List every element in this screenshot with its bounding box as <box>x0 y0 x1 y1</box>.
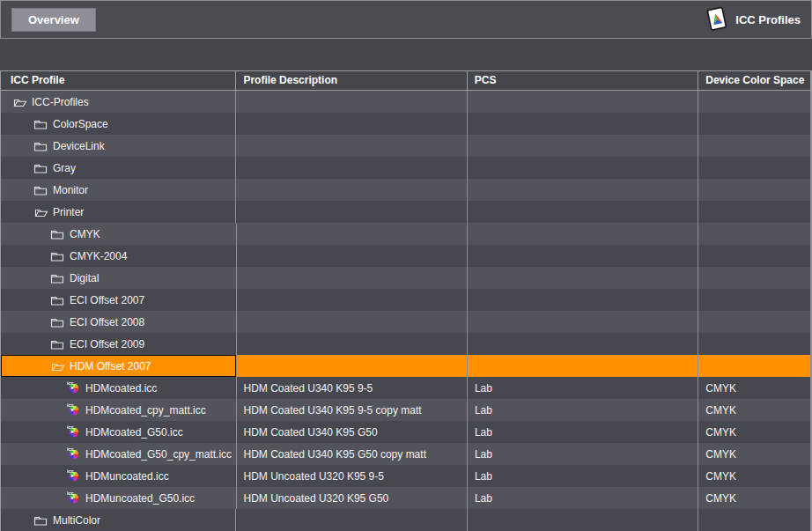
svg-text:icc: icc <box>67 380 74 386</box>
pcs-cell <box>468 91 698 113</box>
device-color-space-cell <box>698 267 811 289</box>
tree-cell[interactable]: iccHDMcoated.icc <box>1 377 237 399</box>
device-color-space-cell: CMYK <box>698 399 811 421</box>
table-row[interactable]: ECI Offset 2007 <box>1 289 811 311</box>
tree-cell[interactable]: MultiColor <box>1 509 236 531</box>
toolbar: Overview ICC Profiles <box>0 0 812 39</box>
row-label: CMYK <box>70 228 100 240</box>
pcs-cell <box>468 223 698 245</box>
folder-open-icon <box>33 205 48 219</box>
profile-description-cell <box>237 355 468 377</box>
table-row[interactable]: Digital <box>1 267 811 289</box>
profile-description-cell: HDM Uncoated U320 K95 G50 <box>237 487 468 509</box>
tree-cell[interactable]: ECI Offset 2007 <box>1 289 237 311</box>
tree-cell[interactable]: ECI Offset 2008 <box>1 311 237 333</box>
folder-open-icon <box>11 95 27 109</box>
folder-closed-icon <box>33 183 48 197</box>
tree-cell[interactable]: CMYK <box>1 223 237 245</box>
column-header-profile-description[interactable]: Profile Description <box>236 71 467 90</box>
table-row[interactable]: iccHDMcoated_G50.iccHDM Coated U340 K95 … <box>1 421 811 443</box>
pcs-cell <box>468 179 698 201</box>
device-color-space-cell <box>698 509 811 531</box>
row-label: Printer <box>53 206 84 218</box>
device-color-space-cell: CMYK <box>698 487 811 509</box>
row-label: HDM Offset 2007 <box>70 360 151 372</box>
tree-cell[interactable]: iccHDMcoated_cpy_matt.icc <box>1 399 237 421</box>
pcs-cell <box>468 245 698 267</box>
device-color-space-cell <box>698 289 811 311</box>
pcs-cell <box>468 157 698 179</box>
profile-description-cell <box>237 333 468 355</box>
table-row[interactable]: iccHDMcoated_G50_cpy_matt.iccHDM Coated … <box>1 443 811 465</box>
table-row[interactable]: iccHDMuncoated.iccHDM Uncoated U320 K95 … <box>1 465 811 487</box>
table-row[interactable]: ECI Offset 2009 <box>1 333 811 355</box>
pcs-cell <box>468 135 698 157</box>
tree-cell[interactable]: Monitor <box>1 179 236 201</box>
profile-description-cell <box>236 179 467 201</box>
profile-description-cell <box>236 157 467 179</box>
tree-cell[interactable]: ColorSpace <box>1 113 236 135</box>
table-row[interactable]: ColorSpace <box>1 113 811 135</box>
row-label: ECI Offset 2009 <box>70 338 144 350</box>
folder-closed-icon <box>33 513 48 527</box>
tree-cell[interactable]: ICC-Profiles <box>1 91 236 113</box>
table-row[interactable]: ICC-Profiles <box>1 91 811 113</box>
pcs-cell: Lab <box>468 465 698 487</box>
table-row[interactable]: iccHDMcoated.iccHDM Coated U340 K95 9-5L… <box>1 377 811 399</box>
table-row[interactable]: CMYK <box>1 223 811 245</box>
profile-description-cell <box>237 245 468 267</box>
pcs-cell: Lab <box>468 399 698 421</box>
row-label: HDMcoated.icc <box>85 382 157 395</box>
tree-cell[interactable]: Digital <box>1 267 237 289</box>
table-row[interactable]: iccHDMcoated_cpy_matt.iccHDM Coated U340… <box>1 399 811 421</box>
icc-profile-icon: icc <box>65 447 81 461</box>
pcs-cell <box>468 201 698 223</box>
row-label: MultiColor <box>53 514 100 527</box>
svg-text:icc: icc <box>67 424 74 430</box>
pcs-cell: Lab <box>468 487 698 509</box>
profile-description-cell <box>236 509 467 531</box>
pcs-cell <box>468 355 698 377</box>
profile-description-cell <box>237 311 468 333</box>
table-row[interactable]: MultiColor <box>1 509 811 531</box>
row-label: HDMcoated_G50_cpy_matt.icc <box>85 448 232 461</box>
page-title-group: ICC Profiles <box>705 6 801 33</box>
pcs-cell <box>468 113 698 135</box>
device-color-space-cell: CMYK <box>698 377 811 399</box>
table-row[interactable]: iccHDMuncoated_G50.iccHDM Uncoated U320 … <box>1 487 811 509</box>
tree-cell[interactable]: CMYK-2004 <box>1 245 237 267</box>
row-label: Monitor <box>53 184 88 196</box>
profile-description-cell: HDM Coated U340 K95 9-5 <box>237 377 468 399</box>
table-row[interactable]: Monitor <box>1 179 811 201</box>
folder-closed-icon <box>49 271 65 285</box>
tree-cell[interactable]: DeviceLink <box>1 135 236 157</box>
svg-text:icc: icc <box>67 402 74 408</box>
tree-cell[interactable]: iccHDMcoated_G50_cpy_matt.icc <box>1 443 237 465</box>
column-header-device-color-space[interactable]: Device Color Space <box>698 71 811 90</box>
profile-description-cell <box>236 91 467 113</box>
tree-cell[interactable]: HDM Offset 2007 <box>1 355 237 377</box>
column-header-pcs[interactable]: PCS <box>468 71 698 90</box>
folder-closed-icon <box>49 227 65 241</box>
table-row[interactable]: Printer <box>1 201 811 223</box>
tree-cell[interactable]: iccHDMuncoated.icc <box>1 465 237 487</box>
row-label: CMYK-2004 <box>70 250 127 262</box>
table-row[interactable]: ECI Offset 2008 <box>1 311 811 333</box>
pcs-cell: Lab <box>468 421 698 443</box>
table-row-selected[interactable]: HDM Offset 2007 <box>1 355 811 377</box>
svg-text:icc: icc <box>67 490 74 496</box>
table-row[interactable]: DeviceLink <box>1 135 811 157</box>
device-color-space-cell <box>698 333 811 355</box>
overview-button[interactable]: Overview <box>11 8 96 32</box>
profile-description-cell: HDM Uncoated U320 K95 9-5 <box>237 465 468 487</box>
row-label: ICC-Profiles <box>32 96 89 108</box>
profile-description-cell <box>236 135 467 157</box>
column-header-icc-profile[interactable]: ICC Profile <box>1 71 236 90</box>
tree-cell[interactable]: iccHDMuncoated_G50.icc <box>1 487 237 509</box>
tree-cell[interactable]: Gray <box>1 157 236 179</box>
table-row[interactable]: Gray <box>1 157 811 179</box>
tree-cell[interactable]: iccHDMcoated_G50.icc <box>1 421 237 443</box>
tree-cell[interactable]: ECI Offset 2009 <box>1 333 237 355</box>
table-row[interactable]: CMYK-2004 <box>1 245 811 267</box>
tree-cell[interactable]: Printer <box>1 201 236 223</box>
